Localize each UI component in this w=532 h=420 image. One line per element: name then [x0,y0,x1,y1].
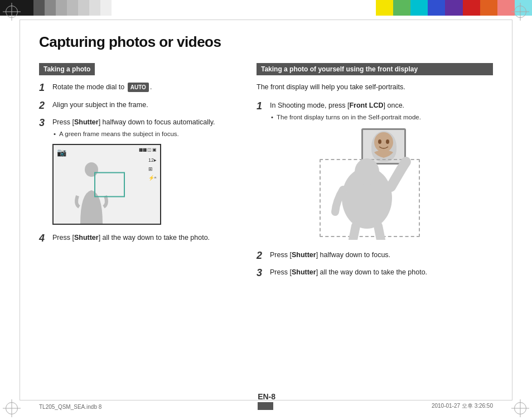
color-swatch-gray6 [89,0,100,16]
color-swatch-white [112,0,145,16]
right-step-2: 2 Press [Shutter] halfway down to focus. [257,250,493,262]
right-step-3-text: Press [Shutter] all the way down to take… [270,267,427,278]
color-swatch-blue [428,0,445,16]
color-swatch-gray2 [45,0,56,16]
right-step-1-text: In Shooting mode, press [Front LCD] once… [270,102,404,109]
right-column: Taking a photo of yourself using the fro… [257,63,493,285]
step-number-1: 1 [39,82,49,94]
page-footer: TL205_QSM_SEA.indb 8 EN-8 2010-01-27 오후 … [0,392,532,410]
page-title: Capturing photos or videos [39,33,493,51]
two-column-layout: Taking a photo 1 Rotate the mode dial to… [39,63,493,285]
intro-text: The front display will help you take sel… [257,82,493,93]
step-4-text: Press [Shutter] all the way down to take… [52,233,210,243]
self-portrait-person-silhouette [320,151,420,240]
right-step-3: 3 Press [Shutter] all the way down to ta… [257,267,493,279]
vf-status-bar: ▮▮▮▮ ◫ ▣ [139,147,157,152]
step-3-bullet: A green frame means the subject in focus… [52,129,215,138]
svg-point-2 [378,139,381,144]
right-step-number-2: 2 [257,250,267,262]
vf-icon-resolution: 12▸ [148,157,157,163]
footer-timestamp: 2010-01-27 오후 3:26:50 [432,402,493,410]
registration-mark-tr [511,2,530,21]
left-step-3: 3 Press [Shutter] halfway down to focus … [39,117,240,138]
footer-filename: TL205_QSM_SEA.indb 8 [39,404,101,410]
page-number-bar [258,402,273,410]
vf-right-icons: 12▸ ⊞ ⚡ⁿ [148,157,157,181]
color-bar [0,0,532,16]
self-portrait-illustration [257,128,493,240]
color-swatch-red [463,0,480,16]
svg-point-5 [355,158,379,185]
step-2-text: Align your subject in the frame. [52,100,148,110]
color-swatch-gray7 [100,0,112,16]
page-content: Capturing photos or videos Taking a phot… [39,33,493,387]
auto-badge: AUTO [128,83,149,92]
color-spectrum-bar [376,0,532,16]
step-number-3: 3 [39,117,49,129]
color-swatch-orange [480,0,497,16]
left-step-4: 4 Press [Shutter] all the way down to ta… [39,233,240,245]
right-step-number-3: 3 [257,267,267,279]
page-number: EN-8 [258,392,275,401]
step-number-4: 4 [39,233,49,245]
right-step-1-bullet: The front display turns on in the Self-p… [270,113,421,122]
color-swatch-green [393,0,410,16]
color-swatch-gray5 [78,0,89,16]
svg-point-3 [386,139,389,144]
right-step-1: 1 In Shooting mode, press [Front LCD] on… [257,100,493,122]
camera-viewfinder-illustration: 📷 ▮▮▮▮ ◫ ▣ 12▸ ⊞ ⚡ⁿ [52,144,161,225]
registration-mark-tl [2,2,21,21]
grayscale-bar [0,0,145,16]
svg-point-1 [374,132,393,152]
left-step-2: 2 Align your subject in the frame. [39,100,240,112]
color-swatch-purple [445,0,462,16]
step-1-text: Rotate the mode dial to AUTO. [52,82,152,93]
left-column: Taking a photo 1 Rotate the mode dial to… [39,63,240,250]
vf-icon-quality: ⊞ [148,166,157,172]
color-swatch-gray3 [56,0,67,16]
color-swatch-gray4 [67,0,78,16]
camera-icon: 📷 [57,148,66,157]
color-swatch-yellow [376,0,393,16]
battery-indicator: ▮▮▮▮ ◫ ▣ [139,147,157,152]
vf-icon-flash: ⚡ⁿ [148,175,157,181]
left-step-1: 1 Rotate the mode dial to AUTO. [39,82,240,94]
right-section-header: Taking a photo of yourself using the fro… [257,63,493,75]
left-section-header: Taking a photo [39,63,95,75]
right-step-2-text: Press [Shutter] halfway down to focus. [270,250,390,260]
color-swatch-gray1 [33,0,45,16]
color-swatch-cyan [410,0,428,16]
page-number-block: EN-8 [258,392,275,410]
right-step-number-1: 1 [257,100,267,113]
step-3-text: Press [Shutter] halfway down to focus au… [52,118,215,126]
focus-frame [94,172,125,197]
step-number-2: 2 [39,100,49,112]
